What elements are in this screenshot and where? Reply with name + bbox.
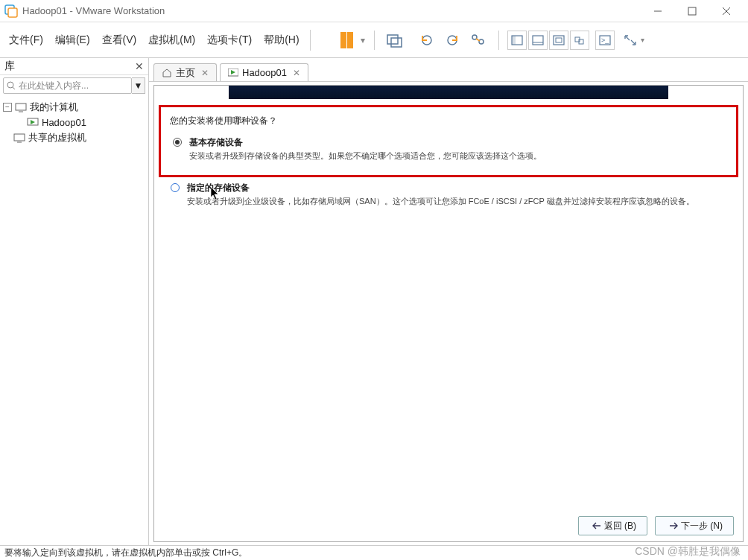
tab-home-label: 主页: [176, 66, 195, 80]
arrow-left-icon: [592, 522, 601, 529]
svg-line-24: [13, 87, 15, 89]
svg-rect-17: [554, 36, 564, 45]
close-tab-icon[interactable]: ✕: [293, 68, 300, 78]
menu-view[interactable]: 查看(V): [96, 29, 143, 51]
home-icon: [162, 69, 172, 77]
tab-hadoop01[interactable]: Hadoop01 ✕: [220, 63, 308, 81]
stretch-icon[interactable]: [621, 31, 640, 50]
tabstrip: 主页 ✕ Hadoop01 ✕: [149, 61, 748, 82]
snapshot-icon[interactable]: [384, 29, 406, 51]
collapse-icon[interactable]: −: [3, 103, 12, 112]
svg-rect-1: [8, 8, 17, 17]
vm-viewport[interactable]: 您的安装将使用哪种设备？ 基本存储设备 安装或者升级到存储设备的典型类型。如果您…: [153, 85, 744, 542]
tree-shared-label: 共享的虚拟机: [28, 131, 86, 144]
back-label: 返回 (B): [604, 520, 636, 532]
close-button[interactable]: [709, 0, 744, 22]
window-title: Hadoop01 - VMware Workstation: [22, 5, 165, 16]
shared-icon: [13, 133, 25, 143]
opt1-desc: 安装或者升级到存储设备的典型类型。如果您不确定哪个选项适合您，您可能应该选择这个…: [189, 150, 542, 162]
view-multi-icon[interactable]: [528, 31, 548, 50]
svg-rect-15: [533, 36, 543, 45]
console-icon[interactable]: >_: [595, 31, 615, 50]
opt1-title: 基本存储设备: [189, 136, 542, 149]
tree-my-computer[interactable]: − 我的计算机: [1, 99, 147, 115]
view-fullscreen-icon[interactable]: [549, 31, 568, 50]
minimize-button[interactable]: [641, 0, 675, 22]
pause-button[interactable]: [335, 29, 358, 51]
vm-tree: − 我的计算机 Hadoop01 共享的虚拟机: [0, 96, 148, 149]
arrow-right-icon: [669, 522, 678, 529]
search-input[interactable]: 在此处键入内容...: [3, 77, 132, 94]
svg-rect-14: [512, 36, 516, 45]
search-icon: [7, 81, 16, 90]
svg-rect-29: [14, 134, 25, 141]
tab-vm-label: Hadoop01: [242, 67, 287, 78]
radio-basic-storage[interactable]: [173, 138, 182, 147]
vmware-logo-icon: [4, 4, 18, 18]
vm-running-icon: [27, 118, 39, 128]
svg-point-11: [479, 39, 484, 44]
tree-root-label: 我的计算机: [30, 101, 78, 114]
vm-running-icon: [228, 69, 238, 77]
menu-vm[interactable]: 虚拟机(M): [142, 29, 201, 51]
search-placeholder: 在此处键入内容...: [19, 80, 89, 92]
svg-text:>_: >_: [601, 36, 609, 44]
opt2-title: 指定的存储设备: [187, 182, 694, 194]
statusbar: 要将输入定向到该虚拟机，请在虚拟机内部单击或按 Ctrl+G。: [0, 545, 748, 560]
revert-icon[interactable]: [416, 29, 439, 51]
snapshot-manage-icon[interactable]: [467, 29, 489, 51]
view-unity-icon[interactable]: [570, 31, 589, 50]
next-label: 下一步 (N): [681, 520, 723, 532]
search-dropdown-icon[interactable]: ▼: [132, 77, 145, 94]
svg-rect-7: [391, 38, 402, 47]
tree-vm-hadoop01[interactable]: Hadoop01: [1, 115, 147, 130]
tab-home[interactable]: 主页 ✕: [153, 63, 217, 81]
highlighted-option-box: 您的安装将使用哪种设备？ 基本存储设备 安装或者升级到存储设备的典型类型。如果您…: [159, 105, 738, 177]
svg-marker-28: [31, 120, 35, 124]
menu-edit[interactable]: 编辑(E): [49, 29, 96, 51]
svg-rect-3: [688, 7, 696, 15]
snapshot-take-icon[interactable]: [442, 29, 464, 51]
titlebar: Hadoop01 - VMware Workstation: [0, 0, 748, 22]
svg-marker-32: [231, 70, 235, 74]
close-library-button[interactable]: ✕: [135, 60, 144, 72]
installer-question: 您的安装将使用哪种设备？: [170, 115, 727, 127]
guest-header-bar: [229, 86, 668, 99]
menu-help[interactable]: 帮助(H): [258, 29, 305, 51]
next-button[interactable]: 下一步 (N): [655, 516, 734, 535]
monitor-icon: [15, 102, 27, 112]
tree-child-label: Hadoop01: [42, 117, 86, 128]
menu-file[interactable]: 文件(F): [3, 29, 49, 51]
svg-point-23: [7, 82, 13, 88]
maximize-button[interactable]: [675, 0, 709, 22]
back-button[interactable]: 返回 (B): [578, 516, 647, 535]
sidebar: 库 ✕ 在此处键入内容... ▼ − 我的计算机 Hadoop01 共享的虚拟机: [0, 58, 149, 545]
menu-tabs[interactable]: 选项卡(T): [201, 29, 258, 51]
svg-rect-6: [387, 35, 398, 44]
radio-specialized-storage[interactable]: [171, 183, 180, 192]
svg-rect-25: [16, 104, 26, 110]
svg-rect-18: [556, 38, 562, 42]
status-hint: 要将输入定向到该虚拟机，请在虚拟机内部单击或按 Ctrl+G。: [4, 547, 247, 559]
library-header: 库: [4, 60, 15, 73]
close-tab-icon[interactable]: ✕: [201, 68, 209, 78]
view-single-icon[interactable]: [507, 31, 527, 50]
tree-shared-vms[interactable]: 共享的虚拟机: [1, 130, 147, 146]
menubar: 文件(F) 编辑(E) 查看(V) 虚拟机(M) 选项卡(T) 帮助(H) ▾: [0, 22, 748, 58]
opt2-desc: 安装或者升级到企业级设备，比如存储局域网（SAN）。这个选项可让您添加 FCoE…: [187, 196, 694, 207]
